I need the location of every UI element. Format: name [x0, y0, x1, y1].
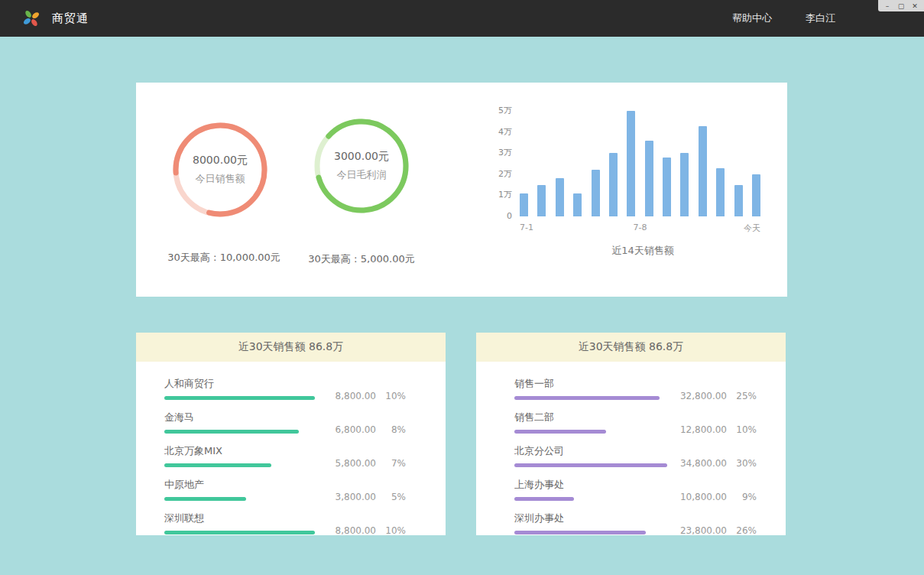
amount: 32,800.00 [672, 391, 727, 401]
departments-sales-panel: 近30天销售额 86.8万 销售一部 32,800.0025% 销售二部 12,… [476, 333, 786, 535]
bar-chart-bars [520, 111, 760, 216]
maximize-icon[interactable]: ▢ [896, 2, 906, 11]
list-item: 金海马 6,800.008% [164, 411, 406, 434]
x-tick-middle: 7-8 [634, 223, 647, 232]
customers-sales-panel: 近30天销售额 86.8万 人和商贸行 8,800.0010% 金海马 6,80… [136, 333, 446, 535]
amount: 6,800.00 [321, 424, 376, 435]
department-name: 销售二部 [514, 411, 606, 424]
bar-chart-plot: 7-1 7-8 今天 [520, 111, 760, 233]
amount: 12,800.00 [672, 424, 727, 435]
amount: 10,800.00 [672, 492, 727, 502]
bar [520, 193, 528, 216]
x-tick-first: 7-1 [520, 223, 533, 232]
percent: 7% [383, 458, 406, 469]
amount: 23,800.00 [672, 525, 727, 536]
percent: 9% [734, 492, 757, 502]
sales-trend-chart: 5万4万3万2万1万0 7-1 7-8 今天 近14天销售额 [491, 111, 766, 258]
y-tick: 0 [491, 211, 512, 222]
list-item: 销售一部 32,800.0025% [514, 377, 757, 400]
bar [537, 185, 546, 216]
list-item: 北京万象MIX 5,800.007% [164, 444, 406, 467]
customers-panel-title: 近30天销售额 86.8万 [136, 333, 446, 362]
window-controls: – ▢ ✕ [878, 0, 924, 11]
progress-bar [514, 497, 574, 501]
today-sales-value: 8000.00元 [193, 154, 248, 167]
progress-bar [514, 463, 667, 467]
y-tick: 1万 [491, 190, 512, 200]
close-icon[interactable]: ✕ [909, 2, 920, 11]
department-name: 上海办事处 [514, 478, 574, 492]
y-tick: 3万 [491, 148, 512, 158]
bar [645, 141, 653, 216]
y-tick: 2万 [491, 169, 512, 180]
bar [556, 178, 564, 216]
percent: 10% [383, 391, 406, 401]
bar [627, 111, 635, 216]
y-tick: 4万 [491, 127, 512, 138]
customers-list: 人和商贸行 8,800.0010% 金海马 6,800.008% 北京万象MIX… [136, 362, 446, 534]
bar [716, 168, 725, 216]
help-center-link[interactable]: 帮助中心 [732, 11, 772, 25]
profit-30d-max: 30天最高：5,000.00元 [277, 252, 446, 266]
department-name: 深圳办事处 [514, 512, 646, 525]
amount: 8,800.00 [321, 525, 376, 536]
list-item: 上海办事处 10,800.009% [514, 478, 757, 501]
percent: 10% [383, 525, 406, 536]
today-sales-donut: 8000.00元 今日销售额 [173, 122, 267, 217]
y-tick: 5万 [491, 106, 512, 116]
department-name: 销售一部 [514, 377, 660, 391]
today-profit-value: 3000.00元 [334, 150, 389, 164]
today-profit-donut: 3000.00元 今日毛利润 [314, 119, 409, 213]
customer-name: 人和商贸行 [164, 377, 315, 391]
percent: 10% [734, 424, 757, 435]
customer-name: 北京万象MIX [164, 444, 271, 458]
bar [663, 158, 671, 216]
app-window: 商贸通 帮助中心 李白江 – ▢ ✕ 8000.00元 今日销售额 30天最高：… [0, 0, 924, 575]
percent: 8% [383, 424, 406, 435]
departments-list: 销售一部 32,800.0025% 销售二部 12,800.0010% 北京分公… [476, 362, 786, 534]
bar-chart-y-axis: 5万4万3万2万1万0 [491, 106, 512, 222]
minimize-icon[interactable]: – [882, 2, 893, 11]
list-item: 人和商贸行 8,800.0010% [164, 377, 406, 400]
progress-bar [514, 396, 660, 400]
amount: 3,800.00 [321, 492, 376, 502]
list-item: 北京分公司 34,800.0030% [514, 444, 757, 467]
percent: 26% [734, 525, 757, 536]
chart-caption: 近14天销售额 [520, 244, 766, 258]
user-name-link[interactable]: 李白江 [806, 11, 835, 25]
department-name: 北京分公司 [514, 444, 667, 458]
bar-chart-x-axis: 7-1 7-8 今天 [520, 216, 760, 233]
list-item: 深圳办事处 23,800.0026% [514, 512, 757, 534]
progress-bar [514, 430, 606, 434]
today-sales-label: 今日销售额 [196, 172, 245, 186]
summary-panel: 8000.00元 今日销售额 30天最高：10,000.00元 3000.00元… [136, 83, 787, 297]
progress-bar [164, 463, 271, 467]
customer-name: 深圳联想 [164, 512, 315, 525]
amount: 5,800.00 [321, 458, 376, 469]
customer-name: 金海马 [164, 411, 299, 424]
percent: 25% [734, 391, 757, 401]
amount: 34,800.00 [672, 458, 727, 469]
app-logo-icon [21, 8, 41, 28]
departments-panel-title: 近30天销售额 86.8万 [476, 333, 786, 362]
progress-bar [164, 531, 315, 534]
list-item: 深圳联想 8,800.0010% [164, 512, 406, 534]
list-item: 中原地产 3,800.005% [164, 478, 406, 501]
x-tick-last: 今天 [744, 223, 760, 234]
bar [752, 174, 760, 216]
bar [592, 170, 600, 216]
list-item: 销售二部 12,800.0010% [514, 411, 757, 434]
app-title: 商贸通 [52, 11, 89, 26]
amount: 8,800.00 [321, 391, 376, 401]
bar [573, 193, 582, 216]
percent: 5% [383, 492, 406, 502]
titlebar: 商贸通 帮助中心 李白江 – ▢ ✕ [0, 0, 924, 37]
progress-bar [164, 396, 315, 400]
percent: 30% [734, 458, 757, 469]
bar [680, 153, 689, 216]
progress-bar [164, 497, 246, 501]
progress-bar [514, 531, 646, 534]
today-profit-label: 今日毛利润 [337, 168, 387, 182]
titlebar-right: 帮助中心 李白江 [732, 11, 924, 25]
progress-bar [164, 430, 299, 434]
